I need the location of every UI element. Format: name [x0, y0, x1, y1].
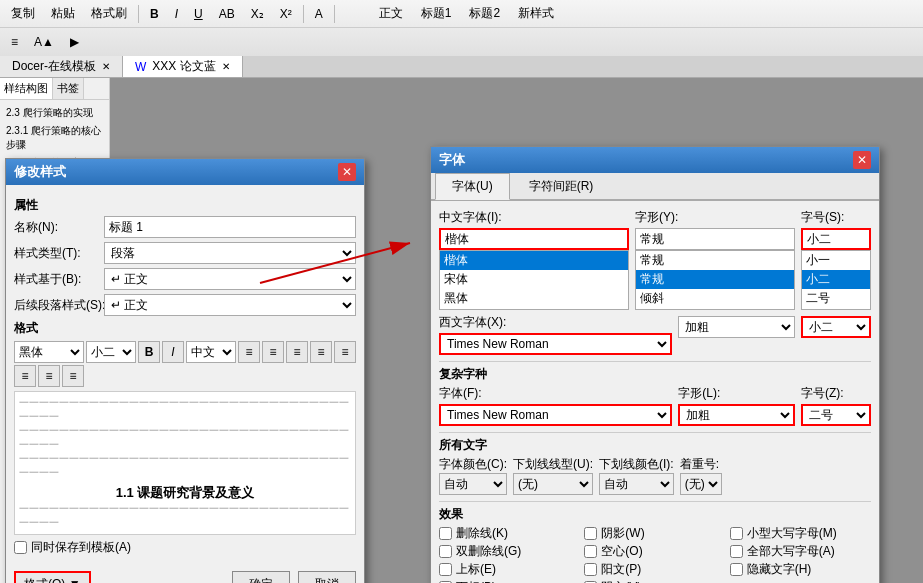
- style-type-label: 样式类型(T):: [14, 245, 104, 262]
- toolbar-extra2[interactable]: A▲: [27, 31, 61, 53]
- underline-button[interactable]: U: [187, 3, 210, 25]
- western-font-label: 西文字体(X):: [439, 314, 672, 331]
- chinese-font-option-1[interactable]: 宋体: [440, 270, 628, 289]
- align-left-btn[interactable]: ≡: [238, 341, 260, 363]
- tab-xxx-close[interactable]: ✕: [222, 61, 230, 72]
- style-input[interactable]: [635, 228, 795, 250]
- complex-size-select[interactable]: 二号 小二: [801, 404, 871, 426]
- paste-button[interactable]: 粘贴: [44, 3, 82, 25]
- tab-docer[interactable]: Docer-在线模板 ✕: [0, 56, 123, 77]
- chinese-font-input[interactable]: [439, 228, 629, 250]
- effect-allcaps-cb[interactable]: [730, 545, 743, 558]
- underline-select[interactable]: (无): [513, 473, 593, 495]
- effect-emboss: 阳文(P): [584, 561, 725, 578]
- western-style-select[interactable]: 加粗 常规: [678, 316, 795, 338]
- copy-button[interactable]: 复制: [4, 3, 42, 25]
- lang-select[interactable]: 中文: [186, 341, 236, 363]
- font-row2: 西文字体(X): Times New Roman Arial 加粗 常规: [439, 314, 871, 355]
- size-list[interactable]: 小一 小二 二号: [801, 250, 871, 310]
- tab-bar: Docer-在线模板 ✕ W XXX 论文蓝 ✕: [0, 56, 923, 78]
- style-option-bold[interactable]: 加粗: [636, 308, 794, 310]
- sidebar-item-1[interactable]: 2.3.1 爬行策略的核心步骤: [4, 122, 105, 154]
- toolbar-row2: ≡ A▲ ▶: [0, 28, 923, 56]
- style-list[interactable]: 常规 常规 倾斜 加粗: [635, 250, 795, 310]
- next-style-select[interactable]: ↵ 正文: [104, 294, 356, 316]
- bold-button[interactable]: B: [143, 3, 166, 25]
- line-space-btn[interactable]: ≡: [38, 365, 60, 387]
- font-color-select[interactable]: 自动: [439, 473, 507, 495]
- complex-size-col: 字号(Z): 二号 小二: [801, 385, 871, 426]
- indent-inc-btn[interactable]: ≡: [14, 365, 36, 387]
- tab-xxx[interactable]: W XXX 论文蓝 ✕: [123, 56, 243, 77]
- italic-button[interactable]: I: [168, 3, 185, 25]
- underline-color-label: 下划线颜色(I):: [599, 456, 674, 473]
- toolbar-extra1[interactable]: ≡: [4, 31, 25, 53]
- font-color-button[interactable]: A: [308, 3, 330, 25]
- font-dialog-title: 字体 ✕: [431, 147, 879, 173]
- format-painter-button[interactable]: 格式刷: [84, 3, 134, 25]
- style-option-regular2[interactable]: 常规: [636, 270, 794, 289]
- italic-fmt-btn[interactable]: I: [162, 341, 184, 363]
- style-option-italic[interactable]: 倾斜: [636, 289, 794, 308]
- western-size-select[interactable]: 小二 二号: [801, 316, 871, 338]
- western-font-select[interactable]: Times New Roman Arial: [439, 333, 672, 355]
- font-select[interactable]: 黑体: [14, 341, 84, 363]
- bold-fmt-btn[interactable]: B: [138, 341, 160, 363]
- align-justify-btn[interactable]: ≡: [310, 341, 332, 363]
- emphasis-select[interactable]: (无): [680, 473, 722, 495]
- style-normal[interactable]: 正文: [379, 5, 403, 22]
- toolbar-extra3[interactable]: ▶: [63, 31, 86, 53]
- style-type-select[interactable]: 段落: [104, 242, 356, 264]
- effect-smallcaps-cb[interactable]: [730, 527, 743, 540]
- font-tab-font[interactable]: 字体(U): [435, 173, 510, 200]
- chinese-font-list[interactable]: 楷体 宋体 黑体: [439, 250, 629, 310]
- font-dialog-title-text: 字体: [439, 151, 465, 169]
- strikethrough-button[interactable]: AB: [212, 3, 242, 25]
- size-option-2[interactable]: 二号: [802, 289, 870, 308]
- subscript-button[interactable]: X₂: [244, 3, 271, 25]
- effect-hidden-cb[interactable]: [730, 563, 743, 576]
- sidebar-tab-bookmark[interactable]: 书签: [53, 78, 84, 99]
- style-option-regular[interactable]: 常规: [636, 251, 794, 270]
- align-right-btn[interactable]: ≡: [286, 341, 308, 363]
- effect-emboss-cb[interactable]: [584, 563, 597, 576]
- size-option-1[interactable]: 小二: [802, 270, 870, 289]
- size-select[interactable]: 小二: [86, 341, 136, 363]
- border-btn[interactable]: ≡: [62, 365, 84, 387]
- effect-shadow-cb[interactable]: [584, 527, 597, 540]
- effect-allcaps: 全部大写字母(A): [730, 543, 871, 560]
- format-button[interactable]: 格式(O) ▼: [14, 571, 91, 583]
- modify-cancel-button[interactable]: 取消: [298, 571, 356, 583]
- style-heading2[interactable]: 标题2: [469, 5, 500, 22]
- style-new[interactable]: 新样式: [518, 5, 554, 22]
- underline-color-select[interactable]: 自动: [599, 473, 674, 495]
- superscript-button[interactable]: X²: [273, 3, 299, 25]
- sidebar-item-0[interactable]: 2.3 爬行策略的实现: [4, 104, 105, 122]
- effect-superscript-cb[interactable]: [439, 563, 452, 576]
- effect-hidden-label: 隐藏文字(H): [747, 561, 812, 578]
- style-base-select[interactable]: ↵ 正文: [104, 268, 356, 290]
- align-center-btn[interactable]: ≡: [262, 341, 284, 363]
- complex-font-select[interactable]: Times New Roman: [439, 404, 672, 426]
- chinese-font-option-2[interactable]: 黑体: [440, 289, 628, 308]
- indent-dec-btn[interactable]: ≡: [334, 341, 356, 363]
- complex-style-select[interactable]: 加粗 常规: [678, 404, 795, 426]
- chinese-font-option-0[interactable]: 楷体: [440, 251, 628, 270]
- font-dialog-close[interactable]: ✕: [853, 151, 871, 169]
- sidebar-tab-structure[interactable]: 样结构图: [0, 78, 53, 99]
- effect-outline-cb[interactable]: [584, 545, 597, 558]
- size-option-0[interactable]: 小一: [802, 251, 870, 270]
- effect-subscript: 下标(B): [439, 579, 580, 583]
- effect-strikethrough-cb[interactable]: [439, 527, 452, 540]
- size-input[interactable]: [801, 228, 871, 250]
- name-input[interactable]: [104, 216, 356, 238]
- save-template-checkbox[interactable]: [14, 541, 27, 554]
- font-tab-spacing[interactable]: 字符间距(R): [512, 173, 611, 199]
- style-heading1[interactable]: 标题1: [421, 5, 452, 22]
- effect-engrave: 阴文(V): [584, 579, 725, 583]
- effect-double-strike-cb[interactable]: [439, 545, 452, 558]
- tab-docer-close[interactable]: ✕: [102, 61, 110, 72]
- effect-subscript-label: 下标(B): [456, 579, 496, 583]
- modify-ok-button[interactable]: 确定: [232, 571, 290, 583]
- modify-dialog-close[interactable]: ✕: [338, 163, 356, 181]
